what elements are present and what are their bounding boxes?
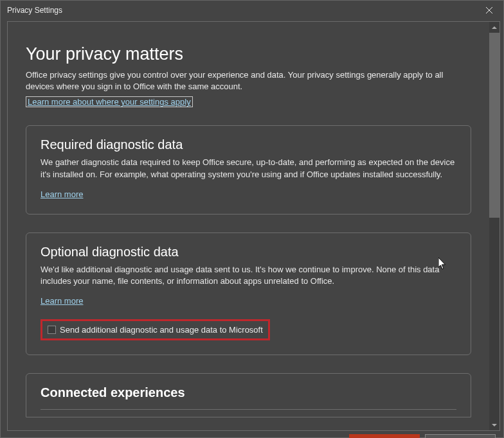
svg-marker-3 bbox=[492, 424, 497, 426]
connected-experiences-card: Connected experiences bbox=[26, 373, 471, 417]
optional-learn-more-link[interactable]: Learn more bbox=[40, 296, 83, 306]
send-diagnostic-checkbox-row: Send additional diagnostic and usage dat… bbox=[40, 319, 270, 340]
content-frame: Your privacy matters Office privacy sett… bbox=[7, 21, 500, 431]
close-button[interactable] bbox=[474, 1, 503, 20]
privacy-settings-dialog: Privacy Settings Your privacy matters Of… bbox=[0, 0, 504, 438]
scroll-content: Your privacy matters Office privacy sett… bbox=[8, 22, 489, 430]
page-heading: Your privacy matters bbox=[26, 44, 471, 64]
cancel-button[interactable]: Cancel bbox=[425, 434, 496, 438]
svg-marker-2 bbox=[492, 26, 497, 29]
vertical-scrollbar[interactable] bbox=[489, 22, 500, 430]
required-body: We gather diagnostic data required to ke… bbox=[40, 157, 456, 180]
optional-body: We'd like additional diagnostic and usag… bbox=[40, 264, 456, 287]
window-title: Privacy Settings bbox=[7, 6, 62, 15]
required-learn-more-link[interactable]: Learn more bbox=[40, 189, 83, 199]
close-icon bbox=[486, 7, 492, 13]
send-diagnostic-label: Send additional diagnostic and usage dat… bbox=[60, 325, 263, 335]
required-diagnostic-card: Required diagnostic data We gather diagn… bbox=[26, 125, 471, 214]
intro-text: Office privacy settings give you control… bbox=[26, 69, 471, 92]
optional-diagnostic-card: Optional diagnostic data We'd like addit… bbox=[26, 232, 471, 355]
learn-more-settings-link[interactable]: Learn more about where your settings app… bbox=[26, 96, 193, 107]
scroll-down-button[interactable] bbox=[489, 419, 500, 430]
connected-heading: Connected experiences bbox=[40, 385, 456, 400]
chevron-up-icon bbox=[492, 26, 497, 29]
divider bbox=[40, 409, 456, 417]
optional-heading: Optional diagnostic data bbox=[40, 245, 456, 259]
ok-button[interactable]: OK bbox=[349, 434, 420, 438]
scroll-thumb[interactable] bbox=[489, 33, 500, 218]
send-diagnostic-checkbox[interactable] bbox=[48, 326, 56, 334]
titlebar: Privacy Settings bbox=[1, 1, 503, 20]
chevron-down-icon bbox=[492, 424, 497, 426]
button-bar: OK Cancel bbox=[1, 434, 503, 438]
scroll-up-button[interactable] bbox=[489, 22, 500, 33]
required-heading: Required diagnostic data bbox=[40, 137, 456, 152]
